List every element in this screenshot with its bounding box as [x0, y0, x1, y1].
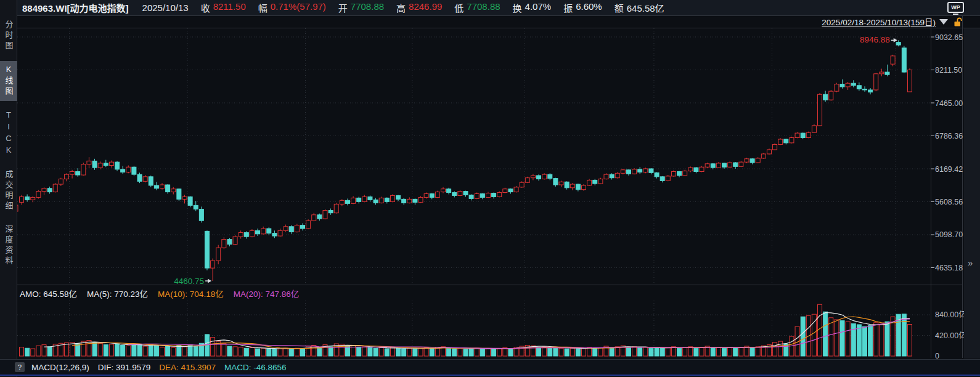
low-label: 低 [454, 1, 463, 14]
sidebar-item-intraday[interactable]: 分时图 [0, 17, 17, 55]
sidebar-item-kline[interactable]: K线图 [0, 61, 17, 101]
svg-text:4460.75: 4460.75 [174, 277, 204, 286]
symbol-name: 884963.WI[动力电池指数] [22, 1, 129, 14]
unlock-icon[interactable] [953, 17, 962, 26]
date-range-control[interactable]: 2025/02/18-2025/10/13(159日) [822, 15, 936, 28]
macd-value: MACD: -46.8656 [224, 363, 287, 372]
sidebar: 分时图 K线图 TICK 成交明细 深度资料 [0, 0, 17, 377]
date-range-band: 2025/02/18-2025/10/13(159日) [17, 15, 980, 28]
macd-status-bar: ? MACD(12,26,9) DIF: 391.9579 DEA: 415.3… [0, 359, 980, 376]
svg-text:6786.36: 6786.36 [935, 132, 963, 140]
svg-text:5608.56: 5608.56 [935, 198, 963, 206]
help-icon[interactable]: ? [15, 362, 25, 372]
high-label: 高 [396, 1, 406, 14]
chevron-down-icon[interactable] [939, 19, 948, 25]
quote-date: 2025/10/13 [142, 2, 189, 13]
amount-value: 645.58亿 [627, 1, 664, 14]
open-label: 开 [338, 1, 348, 14]
close-label: 收 [201, 1, 210, 14]
kline-chart-canvas[interactable]: 9032.658211.507465.006786.366169.425608.… [0, 0, 980, 377]
kline-chart[interactable]: 9032.658211.507465.006786.366169.425608.… [0, 0, 980, 377]
high-value: 8246.99 [409, 1, 442, 14]
svg-text:8211.50: 8211.50 [935, 66, 962, 75]
svg-text:840.00亿: 840.00亿 [935, 310, 966, 319]
svg-text:5098.70: 5098.70 [935, 230, 963, 239]
open-value: 7708.88 [351, 1, 384, 14]
change-label: 幅 [258, 1, 267, 14]
dea-value: DEA: 415.3907 [159, 363, 216, 372]
dif-value: DIF: 391.9579 [98, 363, 151, 372]
svg-text:7465.00: 7465.00 [935, 99, 963, 108]
macd-formula: MACD(12,26,9) [31, 363, 89, 372]
turnover-value: 4.07% [525, 1, 552, 14]
vol-ma5-value: MA(5): 770.23亿 [87, 287, 148, 299]
close-value: 8211.50 [213, 1, 246, 14]
right-panel-strip: » [964, 28, 980, 359]
svg-text:4635.18: 4635.18 [935, 264, 963, 272]
quote-header: 884963.WI[动力电池指数] 2025/10/13 收8211.50 幅0… [17, 0, 980, 15]
expand-panel-icon[interactable]: » [968, 257, 973, 268]
svg-text:8946.88: 8946.88 [860, 35, 890, 44]
low-value: 7708.88 [467, 1, 500, 14]
amo-value: AMO: 645.58亿 [20, 287, 77, 299]
change-value: 0.71%(57.97) [271, 1, 326, 14]
sidebar-item-depth-data[interactable]: 深度资料 [0, 221, 17, 270]
svg-text:6169.42: 6169.42 [935, 165, 963, 174]
sidebar-item-tick[interactable]: TICK [0, 107, 17, 161]
amplitude-label: 振 [563, 1, 573, 14]
turnover-label: 换 [513, 1, 522, 14]
sidebar-item-trade-detail[interactable]: 成交明细 [0, 166, 17, 216]
amount-label: 额 [615, 1, 624, 14]
wp-monitor-icon[interactable]: WP [947, 2, 964, 13]
volume-indicator-row: AMO: 645.58亿 MA(5): 770.23亿 MA(10): 704.… [20, 287, 309, 299]
svg-text:9032.65: 9032.65 [935, 33, 963, 42]
vol-ma10-value: MA(10): 704.18亿 [158, 287, 224, 299]
svg-text:420.00亿: 420.00亿 [935, 331, 966, 340]
amplitude-value: 6.60% [576, 1, 602, 14]
trading-app-window: 9032.658211.507465.006786.366169.425608.… [0, 0, 980, 377]
vol-ma20-value: MA(20): 747.86亿 [234, 287, 300, 299]
